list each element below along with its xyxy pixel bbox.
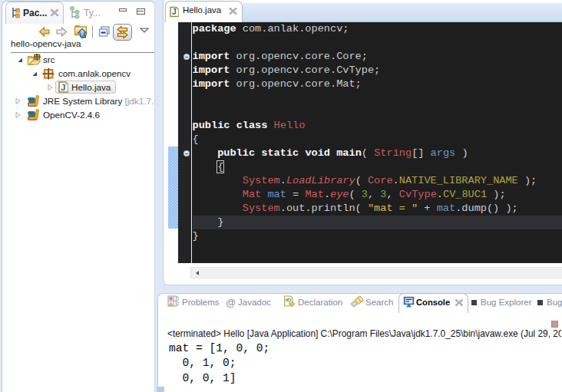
- svg-text:J: J: [172, 8, 177, 16]
- svg-text:J: J: [61, 83, 65, 92]
